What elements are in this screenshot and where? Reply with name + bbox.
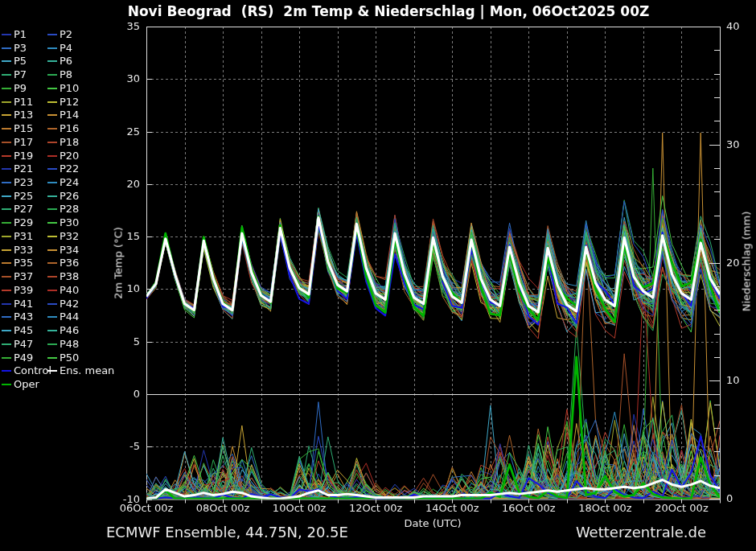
legend-item-p17-label: P17 bbox=[14, 137, 33, 148]
legend-item-p35: P35 bbox=[2, 257, 33, 269]
x-tick-18oct-00z: 18Oct 00z bbox=[569, 502, 641, 514]
legend-item-p18: P18 bbox=[47, 137, 79, 148]
legend-item-p41-label: P41 bbox=[14, 298, 33, 310]
legend-item-p40-label: P40 bbox=[60, 285, 79, 296]
legend-item-p46-label: P46 bbox=[60, 325, 79, 336]
legend-item-p26-label: P26 bbox=[60, 191, 79, 202]
y-left-tick-0: 0 bbox=[105, 388, 140, 400]
legend-item-p21-label: P21 bbox=[14, 163, 33, 175]
legend-item-p30: P30 bbox=[47, 217, 79, 228]
legend-item-p6-label: P6 bbox=[60, 56, 72, 67]
legend-item-p39-swatch bbox=[2, 290, 11, 291]
legend-item-p9: P9 bbox=[2, 83, 27, 94]
legend-item-p11: P11 bbox=[2, 97, 33, 108]
legend-item-p35-swatch bbox=[2, 262, 11, 264]
y-left-tick-35: 35 bbox=[105, 20, 140, 32]
legend-item-p13-swatch bbox=[2, 114, 11, 116]
legend-item-p17-swatch bbox=[2, 142, 11, 143]
legend-item-p32-swatch bbox=[47, 236, 57, 237]
x-tick-20oct-00z: 20Oct 00z bbox=[645, 502, 717, 514]
legend-item-control-label: Control bbox=[14, 365, 51, 376]
y-right-tick-20: 20 bbox=[726, 257, 756, 269]
legend-item-p21-swatch bbox=[2, 168, 11, 170]
legend-item-p1: P1 bbox=[2, 29, 27, 40]
legend-item-p5-label: P5 bbox=[14, 56, 27, 67]
legend-item-p33-label: P33 bbox=[14, 245, 33, 256]
legend-item-p25-label: P25 bbox=[14, 191, 33, 202]
legend-item-p33: P33 bbox=[2, 245, 33, 256]
legend-item-p15-swatch bbox=[2, 128, 11, 130]
legend-item-p48-swatch bbox=[47, 343, 57, 345]
legend-item-p7-label: P7 bbox=[14, 69, 27, 80]
legend-item-p44-swatch bbox=[47, 316, 57, 318]
legend-item-p28-swatch bbox=[47, 208, 57, 210]
legend-item-p14-swatch bbox=[47, 114, 57, 116]
legend-item-p8-label: P8 bbox=[60, 69, 72, 80]
legend-item-oper-label: Oper bbox=[14, 379, 39, 390]
legend-item-p45-swatch bbox=[2, 330, 11, 331]
legend-item-p30-label: P30 bbox=[60, 217, 79, 228]
legend-item-p35-label: P35 bbox=[14, 257, 33, 269]
legend-item-p7-swatch bbox=[2, 74, 11, 76]
legend-item-p7: P7 bbox=[2, 69, 27, 80]
legend-item-p40-swatch bbox=[47, 290, 57, 291]
x-tick-10oct-00z: 10Oct 00z bbox=[263, 502, 335, 514]
legend-item-p22-swatch bbox=[47, 168, 57, 170]
legend-item-p11-label: P11 bbox=[14, 97, 33, 108]
legend-item-p36-label: P36 bbox=[60, 257, 79, 269]
legend-item-p2: P2 bbox=[47, 29, 72, 40]
legend-item-p10-label: P10 bbox=[60, 83, 79, 94]
y-right-tick-30: 30 bbox=[726, 138, 756, 150]
legend-item-p49-swatch bbox=[2, 357, 11, 359]
legend-item-p33-swatch bbox=[2, 249, 11, 251]
legend-item-p23-label: P23 bbox=[14, 177, 33, 188]
y-left-tick-5: 5 bbox=[105, 335, 140, 347]
legend-item-p34-swatch bbox=[47, 249, 57, 251]
legend-item-p13-label: P13 bbox=[14, 109, 33, 121]
legend-item-p39: P39 bbox=[2, 285, 33, 296]
chart-title: Novi Beograd (RS) 2m Temp & Niederschlag… bbox=[128, 3, 650, 19]
legend-item-p23: P23 bbox=[2, 177, 33, 188]
legend-item-p8: P8 bbox=[47, 69, 72, 80]
legend-item-p14-label: P14 bbox=[60, 109, 79, 121]
legend-item-p24: P24 bbox=[47, 177, 79, 188]
y-right-tick-10: 10 bbox=[726, 374, 756, 386]
legend-item-p39-label: P39 bbox=[14, 285, 33, 296]
legend-item-oper-swatch bbox=[2, 384, 11, 385]
y-left-tick-20: 20 bbox=[105, 178, 140, 190]
legend-item-p11-swatch bbox=[2, 101, 11, 103]
legend-item-p3: P3 bbox=[2, 43, 27, 54]
legend-item-p31: P31 bbox=[2, 231, 33, 242]
legend-item-p49: P49 bbox=[2, 352, 33, 364]
legend-item-p28: P28 bbox=[47, 204, 79, 215]
legend-item-p37-swatch bbox=[2, 276, 11, 278]
legend-item-p46-swatch bbox=[47, 330, 57, 331]
y-left-tick-25: 25 bbox=[105, 125, 140, 138]
legend-item-p9-label: P9 bbox=[14, 83, 27, 94]
footer-model-info: ECMWF Ensemble, 44.75N, 20.5E bbox=[106, 524, 348, 541]
legend-item-p6: P6 bbox=[47, 56, 72, 67]
y-left-tick--5: -5 bbox=[105, 440, 140, 452]
legend-item-ens-mean-label: Ens. mean bbox=[60, 365, 114, 376]
legend-item-p10-swatch bbox=[47, 88, 57, 89]
legend-item-p17: P17 bbox=[2, 137, 33, 148]
legend-item-p12-label: P12 bbox=[60, 97, 79, 108]
legend-item-p41-swatch bbox=[2, 303, 11, 305]
legend-item-p2-swatch bbox=[47, 34, 57, 35]
legend-item-p14: P14 bbox=[47, 109, 79, 121]
legend-item-p34-label: P34 bbox=[60, 245, 79, 256]
legend-item-oper: Oper bbox=[2, 379, 39, 390]
legend-item-p29: P29 bbox=[2, 217, 33, 228]
legend-item-control: Control bbox=[2, 365, 51, 376]
legend-item-p29-label: P29 bbox=[14, 217, 33, 228]
meteogram-figure: Novi Beograd (RS) 2m Temp & Niederschlag… bbox=[0, 0, 756, 551]
legend-item-p36-swatch bbox=[47, 262, 57, 264]
x-axis-title: Date (UTC) bbox=[404, 517, 461, 529]
legend-item-p50-swatch bbox=[47, 357, 57, 359]
legend-item-p40: P40 bbox=[47, 285, 79, 296]
legend-item-p1-swatch bbox=[2, 34, 11, 35]
legend-item-p4: P4 bbox=[47, 43, 72, 54]
legend-item-p3-swatch bbox=[2, 47, 11, 49]
legend-item-p25-swatch bbox=[2, 195, 11, 197]
legend-item-p44: P44 bbox=[47, 311, 79, 323]
